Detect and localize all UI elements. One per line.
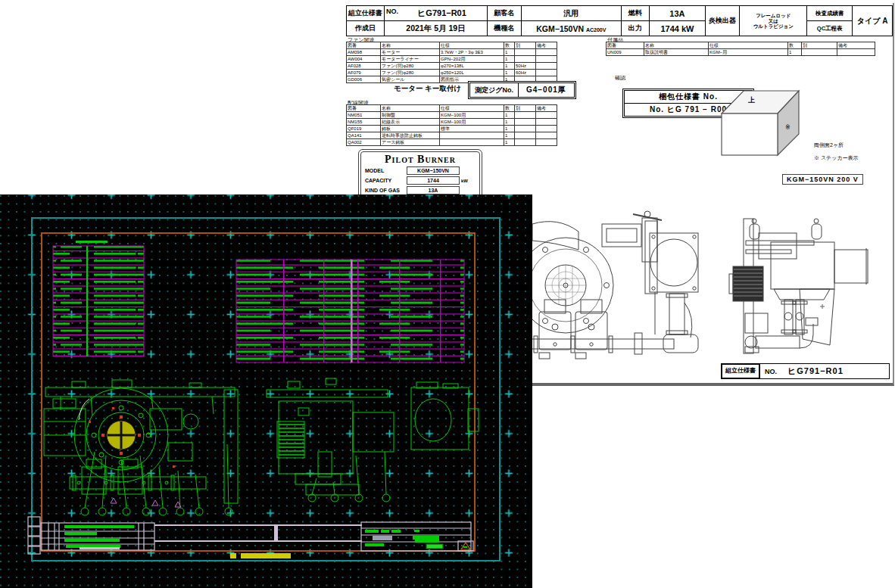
customer-label: 顧客名 bbox=[487, 6, 521, 21]
burner-side-view-drawing bbox=[725, 214, 869, 358]
column-header: 数 bbox=[504, 42, 515, 49]
cell bbox=[515, 56, 536, 63]
sticker-model-box: KGM−150VN 200 V bbox=[782, 174, 863, 185]
type-value: タイプ A bbox=[853, 6, 893, 36]
cell: 1 bbox=[504, 126, 515, 132]
qc-label: QC工程表 bbox=[807, 21, 853, 36]
column-header: 名称 bbox=[381, 105, 440, 112]
doc-type-label: 組立仕様書 bbox=[347, 6, 385, 21]
sticker-note1: 両側面2ヶ所 bbox=[814, 142, 844, 149]
cell: 逆転時事故防止銘板 bbox=[381, 132, 440, 139]
pilot-gas-value: 13A bbox=[407, 186, 460, 194]
sticker-note2: ※ ステッカー表示 bbox=[814, 154, 859, 162]
cell: GD006 bbox=[347, 76, 381, 83]
column-header: 別 bbox=[515, 105, 536, 112]
flame-detector-value: フレームロッド 又は ウルトラビジョン bbox=[740, 6, 807, 36]
table-row: QA141逆転時事故防止銘板1 bbox=[347, 132, 557, 139]
cell bbox=[515, 112, 536, 119]
cell: φ270×138L bbox=[440, 63, 504, 70]
cell: 1 bbox=[504, 112, 515, 119]
jig-label: 測定ジグNo. bbox=[470, 83, 519, 97]
footer-box: 組立仕様書 NO. ヒG791−R01 bbox=[721, 363, 890, 379]
pilot-gas-label: KIND OF GAS bbox=[365, 188, 407, 193]
cell bbox=[515, 139, 536, 146]
jig-value: G4−001厚 bbox=[519, 83, 574, 97]
cell bbox=[802, 49, 837, 56]
table-row: QA002アース銘板1 bbox=[347, 139, 557, 146]
cell bbox=[536, 126, 557, 132]
cell: 標準 bbox=[440, 126, 504, 132]
cell bbox=[440, 132, 504, 139]
model-value-cell: KGM−150VN AC200V bbox=[521, 21, 621, 36]
burner-front-view-drawing bbox=[529, 210, 733, 363]
box-top-label: 上 bbox=[748, 95, 755, 105]
flame-line2: 又は bbox=[741, 18, 805, 23]
cell: 1 bbox=[788, 49, 802, 56]
cell bbox=[536, 112, 557, 119]
customer-value: 汎用 bbox=[521, 6, 621, 21]
cell: 3.7kW・2P・3φ 3E3 bbox=[440, 49, 504, 56]
column-header: 数 bbox=[788, 42, 802, 49]
cell: ファン(羽)φ280 bbox=[381, 70, 440, 76]
table-row: AW004モーターライナーGPN−202用1 bbox=[347, 56, 557, 63]
cell: KGM−用 bbox=[709, 49, 788, 56]
cell: 制御盤 bbox=[381, 112, 440, 119]
cell: 60Hz bbox=[515, 70, 536, 76]
table-row: NM155結線表示KGM−100用1 bbox=[347, 119, 557, 126]
date-value: 2021年 5月 19日 bbox=[385, 21, 488, 36]
cell bbox=[515, 132, 536, 139]
output-value: 1744 kW bbox=[649, 21, 705, 36]
column-header: 名称 bbox=[644, 42, 709, 49]
column-header: 備考 bbox=[536, 42, 557, 49]
column-header: 別 bbox=[515, 42, 536, 49]
pilot-model-label: MODEL bbox=[365, 168, 407, 173]
cell: 結線表示 bbox=[381, 119, 440, 126]
screenshot-root: { "palette": { "cad_bg": "#000000", "cad… bbox=[0, 0, 895, 588]
cell: 1 bbox=[504, 63, 515, 70]
fan-table: 図番名称仕様数別備考 AM098モーター3.7kW・2P・3φ 3E31AW00… bbox=[346, 42, 557, 83]
cell bbox=[536, 139, 557, 146]
cell bbox=[536, 63, 557, 70]
cell bbox=[440, 139, 504, 146]
jig-box: 測定ジグNo. G4−001厚 bbox=[468, 81, 576, 99]
cell: 1 bbox=[504, 56, 515, 63]
cell bbox=[515, 126, 536, 132]
column-header: 名称 bbox=[381, 42, 440, 49]
cad-canvas[interactable] bbox=[0, 194, 532, 588]
cell: 気密シール bbox=[381, 76, 440, 83]
cell: AM098 bbox=[347, 49, 381, 56]
cell: NM051 bbox=[347, 112, 381, 119]
no-value: ヒG791−R01 bbox=[417, 8, 466, 17]
header-table: 組立仕様書 NO. ヒG791−R01 顧客名 汎用 燃料 13A 炎検出器 フ… bbox=[346, 5, 893, 36]
pilot-capacity-unit: kW bbox=[461, 179, 468, 183]
column-header: 仕様 bbox=[440, 105, 504, 112]
cell: 1 bbox=[504, 139, 515, 146]
model-value: KGM−150VN bbox=[536, 24, 584, 33]
column-header: 数 bbox=[504, 105, 515, 112]
confirm-label: 確認 bbox=[615, 74, 625, 82]
model-voltage: AC200V bbox=[586, 27, 606, 33]
cell: UN009 bbox=[607, 49, 644, 56]
packing-box-drawing bbox=[717, 86, 808, 165]
flame-line3: ウルトラビジョン bbox=[741, 23, 805, 29]
table-row: AM098モーター3.7kW・2P・3φ 3E31 bbox=[347, 49, 557, 56]
cell: AF028 bbox=[347, 63, 381, 70]
cell: 1 bbox=[504, 132, 515, 139]
cell: 1 bbox=[504, 49, 515, 56]
table-row: QF019銘板標準1 bbox=[347, 126, 557, 132]
cell: KGM−100用 bbox=[440, 112, 504, 119]
table-row: AF028ファン(羽)φ280φ270×138L150Hz bbox=[347, 63, 557, 70]
fuel-label: 燃料 bbox=[621, 6, 649, 21]
accessory-table: 図番名称仕様数別備考 UN009取扱説明書KGM−用1 bbox=[606, 42, 875, 56]
cad-window bbox=[0, 194, 532, 588]
cell: AW004 bbox=[347, 56, 381, 63]
date-label: 作成日 bbox=[347, 21, 385, 36]
output-label: 出力 bbox=[621, 21, 649, 36]
cell: 取扱説明書 bbox=[644, 49, 709, 56]
footer-doc-type: 組立仕様書 bbox=[721, 363, 760, 379]
cell: QA141 bbox=[347, 132, 381, 139]
fuel-value: 13A bbox=[649, 6, 705, 21]
doc-no-cell: NO. ヒG791−R01 bbox=[385, 6, 488, 21]
cell: φ250×120L bbox=[440, 70, 504, 76]
column-header: 図番 bbox=[607, 42, 644, 49]
